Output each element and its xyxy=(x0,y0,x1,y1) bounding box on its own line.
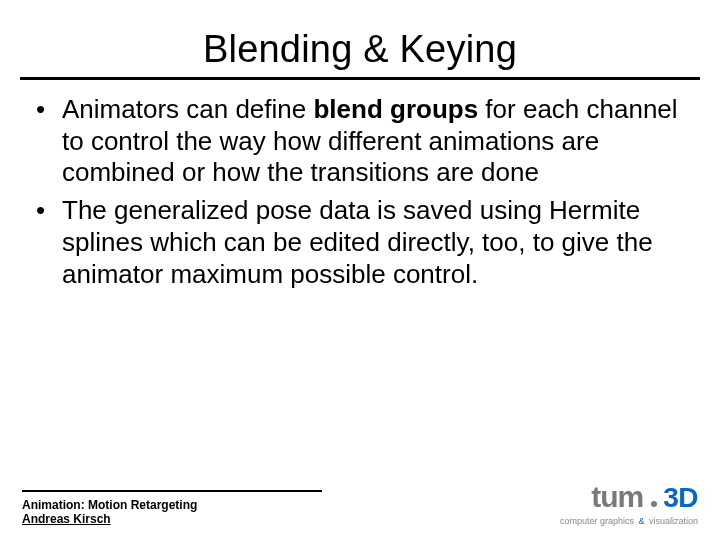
title-wrap: Blending & Keying xyxy=(0,0,720,80)
bullet-text-pre: Animators can define xyxy=(62,94,313,124)
threeD-logo-text: 3D xyxy=(663,482,698,514)
footer-author: Andreas Kirsch xyxy=(22,512,322,526)
slide-body: Animators can define blend groups for ea… xyxy=(0,80,720,290)
footer-course: Animation: Motion Retargeting xyxy=(22,498,322,512)
logo-tagline: computer graphics & visualization xyxy=(560,516,698,526)
tum-logo-text: tum xyxy=(591,480,643,514)
footer-left: Animation: Motion Retargeting Andreas Ki… xyxy=(22,490,322,526)
bullet-text-pre: The generalized pose data is saved using… xyxy=(62,195,653,288)
slide-title: Blending & Keying xyxy=(20,28,700,80)
bullet-list: Animators can define blend groups for ea… xyxy=(30,94,690,290)
bullet-item: Animators can define blend groups for ea… xyxy=(30,94,690,189)
tagline-amp: & xyxy=(636,516,646,526)
footer-right: tum 3D computer graphics & visualization xyxy=(560,480,698,526)
bullet-text-bold: blend groups xyxy=(313,94,478,124)
logo: tum 3D xyxy=(591,480,698,514)
bullet-item: The generalized pose data is saved using… xyxy=(30,195,690,290)
tum-logo-dot-icon xyxy=(651,501,657,507)
slide: Blending & Keying Animators can define b… xyxy=(0,0,720,540)
tagline-right: visualization xyxy=(649,516,698,526)
footer: Animation: Motion Retargeting Andreas Ki… xyxy=(0,480,720,526)
tagline-left: computer graphics xyxy=(560,516,634,526)
